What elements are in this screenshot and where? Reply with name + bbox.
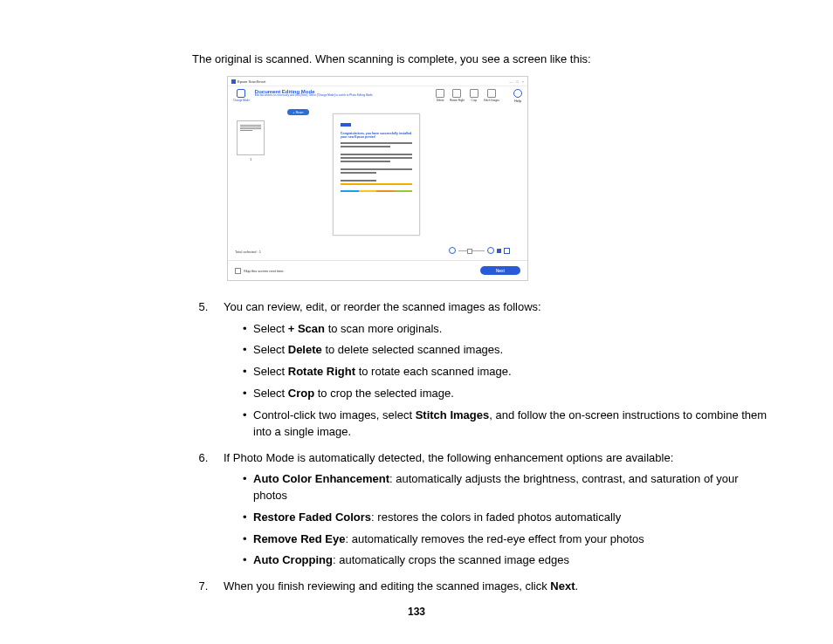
preview-page: Congratulations, you have successfully i… [333, 113, 420, 236]
minimize-icon: — [509, 79, 513, 84]
zoom-slider [458, 250, 485, 251]
thumb-number: 1 [250, 157, 251, 161]
tool-rotate: Rotate Right [450, 89, 465, 102]
step-5-intro: You can review, edit, or reorder the sca… [224, 300, 541, 313]
crop-label: Crop [472, 99, 478, 102]
titlebar: Epson ScanSmart — □ × [228, 77, 527, 86]
list-item: Auto Cropping: automatically crops the s… [243, 552, 772, 569]
skip-label: Skip this screen next time. [244, 269, 285, 273]
checkbox-icon [235, 268, 241, 274]
list-item: Select + Scan to scan more originals. [243, 321, 772, 338]
view-single-icon [504, 248, 510, 254]
change-mode: Change Mode [233, 89, 250, 102]
close-icon: × [522, 79, 524, 84]
rotate-icon [452, 89, 461, 98]
page-number: 133 [0, 606, 833, 618]
step-6-bullets: Auto Color Enhancement: automatically ad… [224, 471, 772, 569]
step-5: You can review, edit, or reorder the sca… [211, 298, 772, 441]
preview-title: Congratulations, you have successfully i… [341, 132, 412, 139]
list-item: Select Delete to delete selected scanned… [243, 342, 772, 359]
crop-icon [470, 89, 478, 98]
intro-text: The original is scanned. When scanning i… [192, 52, 772, 65]
stitch-label: Stitch Images [484, 99, 499, 102]
step-6-intro: If Photo Mode is automatically detected,… [224, 451, 673, 464]
rotate-label: Rotate Right [450, 99, 465, 102]
body: 1 Congratulations, you have successfully… [228, 113, 527, 253]
footer: Skip this screen next time. Next [228, 260, 527, 280]
maximize-icon: □ [516, 79, 518, 84]
app-title: Epson ScanSmart [238, 79, 265, 84]
thumbnail: 1 [237, 120, 265, 155]
change-mode-label: Change Mode [233, 99, 250, 102]
list-item: Auto Color Enhancement: automatically ad… [243, 471, 772, 504]
zoom-out-icon [449, 247, 456, 254]
delete-label: Delete [437, 99, 444, 102]
delete-icon [436, 89, 444, 98]
help: Help [513, 89, 522, 103]
next-button: Next [480, 266, 520, 275]
list-item: Select Rotate Right to rotate each scann… [243, 364, 772, 380]
step-5-bullets: Select + Scan to scan more originals. Se… [224, 321, 772, 441]
tool-stitch: Stitch Images [484, 89, 499, 102]
tool-delete: Delete [436, 89, 444, 102]
status-text: Total selected : 1 [235, 250, 261, 254]
zoom-in-icon [487, 247, 494, 254]
steps-list: You can review, edit, or reorder the sca… [192, 298, 772, 595]
epson-logo [341, 123, 351, 127]
step-6: If Photo Mode is automatically detected,… [211, 449, 772, 570]
tool-crop: Crop [470, 89, 478, 102]
header-subtitle: Edit documents as necessary and click [N… [255, 94, 430, 98]
step-7: When you finish reviewing and editing th… [211, 578, 772, 595]
list-item: Control-click two images, select Stitch … [243, 408, 772, 441]
app-icon [231, 79, 236, 84]
zoom-bar [449, 247, 510, 254]
help-icon [513, 89, 522, 98]
toolbar: Delete Rotate Right Crop Stitch Images [436, 89, 499, 102]
stitch-icon [487, 89, 496, 98]
view-grid-icon [497, 249, 501, 253]
list-item: Remove Red Eye: automatically removes th… [243, 531, 772, 548]
skip-checkbox: Skip this screen next time. [235, 268, 285, 274]
help-label: Help [514, 99, 521, 103]
app-screenshot: Epson ScanSmart — □ × Change Mode Docume… [227, 76, 528, 281]
change-mode-icon [237, 89, 245, 98]
header: Change Mode Document Editing Mode Edit d… [228, 86, 527, 113]
list-item: Restore Faded Colors: restores the color… [243, 510, 772, 526]
list-item: Select Crop to crop the selected image. [243, 386, 772, 402]
